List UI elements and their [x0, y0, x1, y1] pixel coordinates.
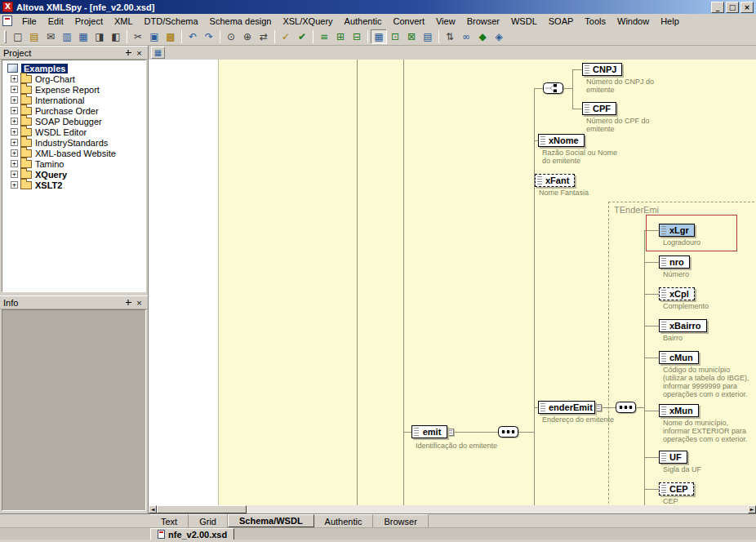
- options-icon[interactable]: ◈: [491, 29, 507, 44]
- close-panel-icon[interactable]: ×: [134, 48, 145, 58]
- schema-element-xbairro[interactable]: xBairro: [659, 319, 707, 332]
- mail-send-icon[interactable]: ✉: [42, 29, 59, 44]
- expand-all-icon[interactable]: ⊡: [387, 29, 403, 44]
- schema-element-xcpl[interactable]: xCpl: [659, 287, 695, 300]
- sequence-compositor-icon[interactable]: [616, 402, 636, 415]
- tab-grid[interactable]: Grid: [189, 514, 228, 527]
- project-item-xslt2[interactable]: + XSLT2: [2, 180, 145, 190]
- tree-item-label[interactable]: Purchase Order: [35, 106, 99, 116]
- schema-design-view-icon[interactable]: ▤: [420, 29, 436, 44]
- tree-item-label[interactable]: Tamino: [35, 159, 64, 169]
- tab-authentic[interactable]: Authentic: [314, 514, 374, 527]
- close-button[interactable]: ×: [740, 2, 754, 13]
- minimize-button[interactable]: _: [711, 2, 724, 13]
- redo-icon[interactable]: ↷: [201, 29, 217, 44]
- expand-icon[interactable]: +: [11, 107, 18, 114]
- component-properties-icon[interactable]: ◆: [474, 29, 491, 44]
- tree-item-label[interactable]: IndustryStandards: [35, 138, 108, 148]
- tree-item-label[interactable]: Org-Chart: [35, 74, 75, 84]
- menu-file[interactable]: File: [16, 16, 42, 27]
- open-file-icon[interactable]: ▤: [26, 29, 42, 44]
- horizontal-scrollbar[interactable]: ◄ ►: [149, 505, 756, 513]
- cut-icon[interactable]: ✂: [130, 29, 146, 44]
- validate-icon[interactable]: ✔: [294, 29, 310, 44]
- schema-element-xnome[interactable]: xNome: [538, 134, 585, 147]
- tree-item-label[interactable]: International: [35, 96, 85, 105]
- database-import-icon[interactable]: ⇅: [442, 29, 458, 44]
- new-file-icon[interactable]: □: [10, 29, 26, 44]
- expand-icon[interactable]: +: [11, 86, 18, 93]
- maximize-button[interactable]: □: [726, 2, 739, 13]
- schema-overview-button[interactable]: ▦: [151, 47, 165, 59]
- schema-element-cpf[interactable]: CPF: [582, 102, 616, 115]
- print-preview-icon[interactable]: ◧: [108, 29, 124, 44]
- copy-icon[interactable]: ▣: [146, 29, 162, 44]
- schema-element-enderemit[interactable]: enderEmit: [538, 401, 595, 414]
- menu-edit[interactable]: Edit: [42, 16, 69, 27]
- tree-item-label[interactable]: Examples: [21, 64, 68, 73]
- tree-item-label[interactable]: Expense Report: [35, 85, 100, 95]
- scroll-right-button[interactable]: ►: [748, 505, 756, 513]
- tree-item-label[interactable]: WSDL Editor: [35, 127, 87, 137]
- expand-icon[interactable]: +: [11, 160, 18, 167]
- menu-wsdl[interactable]: WSDL: [505, 16, 543, 27]
- insert-row-icon[interactable]: ⊞: [332, 29, 349, 44]
- schema-element-xlgr[interactable]: xLgr: [659, 224, 695, 237]
- menu-view[interactable]: View: [430, 16, 461, 27]
- pretty-print-icon[interactable]: ≡: [316, 29, 332, 44]
- tree-item-label[interactable]: XML-based Website: [35, 149, 116, 158]
- menu-browser[interactable]: Browser: [461, 16, 505, 27]
- menu-dtd-schema[interactable]: DTD/Schema: [139, 16, 204, 27]
- print-icon[interactable]: ◨: [91, 29, 108, 44]
- menu-tools[interactable]: Tools: [579, 16, 611, 27]
- find-icon[interactable]: ⊙: [223, 29, 239, 44]
- menu-xsl-xquery[interactable]: XSL/XQuery: [277, 16, 338, 27]
- tab-browser[interactable]: Browser: [373, 514, 428, 527]
- save-file-icon[interactable]: ▥: [59, 29, 75, 44]
- menu-window[interactable]: Window: [611, 16, 655, 27]
- menu-xml[interactable]: XML: [109, 16, 139, 27]
- save-all-icon[interactable]: ▦: [75, 29, 91, 44]
- schema-element-xmun[interactable]: xMun: [659, 404, 699, 417]
- schema-element-cmun[interactable]: cMun: [659, 351, 699, 364]
- scroll-left-button[interactable]: ◄: [149, 505, 157, 513]
- scrollbar-thumb[interactable]: [157, 505, 247, 513]
- close-panel-icon[interactable]: ×: [134, 298, 145, 308]
- menu-soap[interactable]: SOAP: [543, 16, 580, 27]
- expand-handle[interactable]: [447, 429, 454, 436]
- create-reference-icon[interactable]: ∞: [458, 29, 474, 44]
- undo-icon[interactable]: ↶: [185, 29, 201, 44]
- schema-element-cep[interactable]: CEP: [659, 482, 694, 495]
- tree-item-label[interactable]: XQuery: [35, 170, 67, 180]
- menu-schema-design[interactable]: Schema design: [204, 16, 278, 27]
- tree-item-label[interactable]: SOAP Debugger: [35, 117, 102, 127]
- expand-icon[interactable]: +: [11, 149, 18, 157]
- schema-element-emit[interactable]: emit: [411, 425, 447, 438]
- menu-convert[interactable]: Convert: [387, 16, 430, 27]
- paste-icon[interactable]: ▩: [162, 29, 179, 44]
- delete-row-icon[interactable]: ⊟: [349, 29, 365, 44]
- expand-icon[interactable]: +: [11, 181, 18, 189]
- collapse-all-icon[interactable]: ⊠: [403, 29, 420, 44]
- pin-icon[interactable]: [123, 298, 134, 308]
- check-well-formed-icon[interactable]: ✓: [278, 29, 294, 44]
- tree-item-label[interactable]: XSLT2: [35, 180, 62, 190]
- pin-icon[interactable]: [123, 48, 134, 58]
- file-tab-nfe[interactable]: nfe_v2.00.xsd: [150, 528, 234, 540]
- schema-element-cnpj[interactable]: CNPJ: [582, 63, 622, 76]
- schema-element-nro[interactable]: nro: [659, 255, 690, 269]
- schema-element-uf[interactable]: UF: [659, 451, 687, 464]
- grid-view-icon[interactable]: ▦: [371, 29, 387, 44]
- find-next-icon[interactable]: ⊕: [239, 29, 256, 44]
- tab-text[interactable]: Text: [150, 514, 189, 527]
- expand-icon[interactable]: +: [11, 118, 18, 125]
- expand-icon[interactable]: +: [11, 96, 18, 104]
- expand-icon[interactable]: +: [11, 139, 18, 146]
- menu-project[interactable]: Project: [69, 16, 109, 27]
- document-icon[interactable]: [2, 16, 12, 26]
- expand-icon[interactable]: +: [11, 75, 18, 82]
- toolbar-grip[interactable]: [4, 30, 7, 43]
- schema-diagram-canvas[interactable]: TEnderEmi: [149, 60, 756, 505]
- expand-handle[interactable]: [594, 404, 602, 411]
- sequence-compositor-icon[interactable]: [498, 426, 518, 439]
